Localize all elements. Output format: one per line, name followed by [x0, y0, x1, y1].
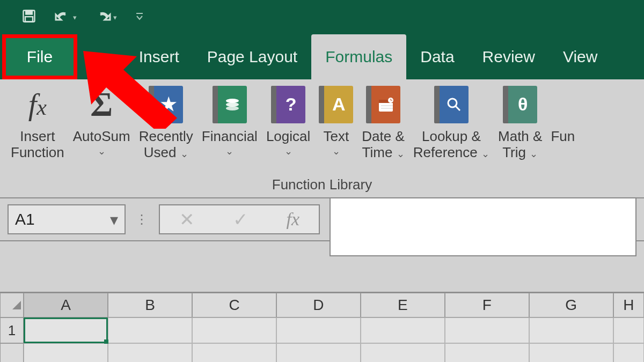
ritem-label2: Time — [362, 144, 393, 160]
cell-B1[interactable] — [108, 317, 192, 343]
row-header-1[interactable]: 1 — [0, 317, 24, 343]
cell-A1[interactable] — [24, 317, 108, 343]
chevron-down-icon: ▾ — [73, 13, 77, 21]
cell-F2[interactable] — [445, 343, 529, 362]
tab-data[interactable]: Data — [406, 34, 468, 79]
cell-D1[interactable] — [276, 317, 361, 343]
more-icon — [558, 84, 568, 125]
cell-G1[interactable] — [529, 317, 613, 343]
quick-access-toolbar: ▾ ▾ — [0, 0, 644, 34]
cell-E1[interactable] — [361, 317, 445, 343]
svg-point-4 — [226, 99, 239, 103]
svg-rect-2 — [25, 17, 33, 21]
column-header-H[interactable]: H — [613, 293, 644, 317]
tab-insert[interactable]: Insert — [125, 34, 193, 79]
svg-line-15 — [456, 106, 460, 110]
cell-B2[interactable] — [108, 343, 192, 362]
name-box-value: A1 — [15, 210, 35, 228]
fx-icon: fx — [28, 84, 47, 125]
customize-qat-icon[interactable] — [135, 11, 144, 24]
column-header-B[interactable]: B — [108, 293, 192, 317]
star-book-icon: ★ — [149, 84, 183, 125]
tab-file[interactable]: File — [2, 34, 77, 79]
financial-button[interactable]: Financial ⌄ — [199, 84, 261, 157]
separator-icon: ⋮ — [135, 212, 149, 227]
column-header-D[interactable]: D — [276, 293, 361, 317]
cell-E2[interactable] — [361, 343, 445, 362]
cell-C1[interactable] — [192, 317, 276, 343]
cell-H1[interactable] — [613, 317, 644, 343]
ritem-label2: Trig — [502, 144, 526, 160]
tab-home-label: e — [102, 48, 111, 66]
ritem-label2: Fun — [551, 129, 575, 145]
text-button[interactable]: A Text ⌄ — [316, 84, 356, 157]
tab-data-label: Data — [420, 48, 454, 66]
chevron-down-icon: ▾ — [113, 13, 117, 21]
cell-G2[interactable] — [529, 343, 613, 362]
chevron-down-icon: ⌄ — [530, 149, 538, 159]
ritem-label2: Used — [144, 144, 177, 160]
redo-button[interactable]: ▾ — [95, 11, 117, 23]
name-box[interactable]: A1 ▾ — [8, 204, 126, 234]
formula-bar: A1 ▾ ⋮ ✕ ✓ fx — [0, 198, 644, 241]
more-functions-button[interactable]: Fun — [547, 84, 575, 145]
row-1: 1 — [0, 317, 644, 343]
ritem-label2: Reference — [413, 144, 478, 160]
cell-H2[interactable] — [613, 343, 644, 362]
cell-C2[interactable] — [192, 343, 276, 362]
tab-page-layout[interactable]: Page Layout — [193, 34, 311, 79]
cell-A2[interactable] — [24, 343, 108, 362]
cancel-formula-icon[interactable]: ✕ — [179, 209, 194, 230]
undo-button[interactable]: ▾ — [55, 11, 77, 23]
tab-formulas[interactable]: Formulas — [311, 34, 406, 79]
tab-review-label: Review — [482, 48, 535, 66]
select-all-corner[interactable] — [0, 293, 24, 317]
column-header-G[interactable]: G — [529, 293, 613, 317]
formula-input[interactable] — [330, 197, 636, 256]
ritem-label1: Lookup & — [422, 129, 481, 145]
tab-home[interactable]: e — [80, 34, 125, 79]
svg-point-14 — [448, 99, 457, 107]
column-header-C[interactable]: C — [192, 293, 276, 317]
ritem-label1: Logical — [266, 129, 310, 145]
ritem-label1: Math & — [498, 129, 542, 145]
ribbon-tabs: File e Insert Page Layout Formulas Data … — [0, 34, 644, 79]
tab-view-label: View — [563, 48, 597, 66]
date-time-button[interactable]: Date & Time ⌄ — [358, 84, 408, 161]
search-book-icon — [434, 84, 469, 125]
sigma-icon: Σ — [90, 84, 113, 125]
lookup-reference-button[interactable]: Lookup & Reference ⌄ — [410, 84, 493, 161]
ribbon-group-function-library: fx Insert Function Σ AutoSum ⌄ ★ Recentl… — [0, 79, 644, 174]
chevron-down-icon: ⌄ — [180, 149, 188, 159]
formula-controls: ✕ ✓ fx — [159, 204, 320, 234]
ritem-label1: Text — [323, 129, 349, 145]
tab-view[interactable]: View — [549, 34, 611, 79]
cell-F1[interactable] — [445, 317, 529, 343]
spreadsheet-grid: A B C D E F G H 1 — [0, 293, 644, 362]
tab-formulas-label: Formulas — [325, 48, 392, 66]
chevron-down-icon: ⌄ — [397, 149, 405, 159]
tab-page-layout-label: Page Layout — [207, 48, 297, 66]
fx-icon[interactable]: fx — [287, 209, 300, 230]
save-icon[interactable] — [21, 9, 36, 26]
ribbon: fx Insert Function Σ AutoSum ⌄ ★ Recentl… — [0, 79, 644, 198]
recently-used-button[interactable]: ★ Recently Used ⌄ — [136, 84, 196, 161]
column-header-E[interactable]: E — [361, 293, 445, 317]
chevron-down-icon: ⌄ — [225, 146, 233, 157]
tab-review[interactable]: Review — [469, 34, 549, 79]
autosum-button[interactable]: Σ AutoSum ⌄ — [70, 84, 134, 157]
row-header-2[interactable] — [0, 343, 24, 362]
insert-function-button[interactable]: fx Insert Function — [8, 84, 68, 161]
column-header-F[interactable]: F — [445, 293, 529, 317]
math-trig-button[interactable]: θ Math & Trig ⌄ — [495, 84, 545, 161]
cell-D2[interactable] — [276, 343, 361, 362]
enter-formula-icon[interactable]: ✓ — [233, 209, 248, 230]
chevron-down-icon[interactable]: ▾ — [110, 210, 118, 229]
coins-book-icon — [213, 84, 247, 125]
logical-button[interactable]: ? Logical ⌄ — [263, 84, 313, 157]
text-book-icon: A — [319, 84, 353, 125]
column-header-A[interactable]: A — [24, 293, 108, 317]
ritem-label1: Recently — [139, 129, 193, 145]
ritem-label1: Insert — [20, 129, 55, 145]
ritem-label1: Date & — [362, 129, 405, 145]
